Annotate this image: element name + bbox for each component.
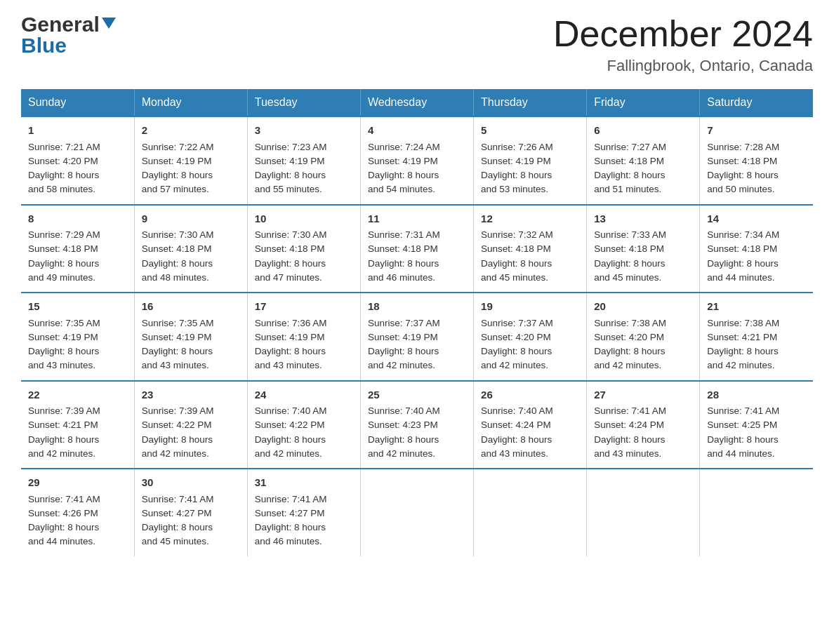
daylight-text: Daylight: 8 hours bbox=[142, 346, 213, 356]
sunset-text: Sunset: 4:24 PM bbox=[594, 420, 664, 430]
day-number: 5 bbox=[481, 123, 579, 139]
calendar-cell: 15Sunrise: 7:35 AMSunset: 4:19 PMDayligh… bbox=[21, 293, 134, 381]
daylight-text-2: and 42 minutes. bbox=[707, 360, 774, 370]
day-number: 19 bbox=[481, 299, 579, 315]
daylight-text-2: and 42 minutes. bbox=[594, 360, 661, 370]
sunrise-text: Sunrise: 7:26 AM bbox=[481, 142, 553, 152]
daylight-text: Daylight: 8 hours bbox=[28, 434, 99, 445]
day-number: 27 bbox=[594, 387, 692, 403]
calendar-cell: 24Sunrise: 7:40 AMSunset: 4:22 PMDayligh… bbox=[247, 381, 360, 469]
day-number: 23 bbox=[142, 387, 240, 403]
sunrise-text: Sunrise: 7:41 AM bbox=[255, 494, 327, 504]
calendar-cell bbox=[587, 469, 700, 556]
daylight-text-2: and 46 minutes. bbox=[368, 272, 435, 283]
sunset-text: Sunset: 4:21 PM bbox=[28, 420, 98, 430]
day-number: 16 bbox=[142, 299, 240, 315]
calendar-cell: 5Sunrise: 7:26 AMSunset: 4:19 PMDaylight… bbox=[474, 116, 587, 205]
logo-general-text: General bbox=[21, 14, 100, 35]
daylight-text-2: and 55 minutes. bbox=[255, 184, 322, 194]
daylight-text-2: and 51 minutes. bbox=[594, 184, 661, 194]
calendar-cell: 26Sunrise: 7:40 AMSunset: 4:24 PMDayligh… bbox=[474, 381, 587, 469]
day-number: 8 bbox=[28, 211, 127, 227]
sunrise-text: Sunrise: 7:34 AM bbox=[707, 229, 779, 240]
calendar-cell: 20Sunrise: 7:38 AMSunset: 4:20 PMDayligh… bbox=[587, 293, 700, 381]
daylight-text-2: and 44 minutes. bbox=[28, 536, 95, 546]
calendar-cell: 4Sunrise: 7:24 AMSunset: 4:19 PMDaylight… bbox=[360, 116, 473, 205]
calendar-cell: 19Sunrise: 7:37 AMSunset: 4:20 PMDayligh… bbox=[474, 293, 587, 381]
calendar-cell: 10Sunrise: 7:30 AMSunset: 4:18 PMDayligh… bbox=[247, 205, 360, 293]
sunrise-text: Sunrise: 7:23 AM bbox=[255, 142, 327, 152]
day-number: 13 bbox=[594, 211, 692, 227]
day-number: 3 bbox=[255, 123, 353, 139]
sunset-text: Sunset: 4:21 PM bbox=[707, 332, 777, 342]
daylight-text: Daylight: 8 hours bbox=[255, 346, 326, 356]
daylight-text: Daylight: 8 hours bbox=[481, 170, 552, 180]
logo: General Blue bbox=[21, 14, 116, 56]
calendar-week-row-4: 22Sunrise: 7:39 AMSunset: 4:21 PMDayligh… bbox=[21, 381, 813, 469]
sunrise-text: Sunrise: 7:32 AM bbox=[481, 229, 553, 240]
sunset-text: Sunset: 4:19 PM bbox=[142, 332, 212, 342]
sunrise-text: Sunrise: 7:24 AM bbox=[368, 142, 440, 152]
calendar-cell: 6Sunrise: 7:27 AMSunset: 4:18 PMDaylight… bbox=[587, 116, 700, 205]
day-number: 10 bbox=[255, 211, 353, 227]
day-number: 17 bbox=[255, 299, 353, 315]
sunset-text: Sunset: 4:18 PM bbox=[594, 243, 664, 254]
calendar-day-header-wednesday: Wednesday bbox=[360, 89, 473, 116]
day-number: 9 bbox=[142, 211, 240, 227]
sunrise-text: Sunrise: 7:37 AM bbox=[481, 318, 553, 328]
day-number: 25 bbox=[368, 387, 466, 403]
calendar-day-header-saturday: Saturday bbox=[700, 89, 813, 116]
sunset-text: Sunset: 4:18 PM bbox=[368, 243, 438, 254]
sunrise-text: Sunrise: 7:40 AM bbox=[255, 405, 327, 416]
daylight-text: Daylight: 8 hours bbox=[481, 434, 552, 445]
day-number: 6 bbox=[594, 123, 692, 139]
calendar-cell bbox=[360, 469, 473, 556]
sunrise-text: Sunrise: 7:28 AM bbox=[707, 142, 779, 152]
daylight-text: Daylight: 8 hours bbox=[28, 346, 99, 356]
daylight-text-2: and 44 minutes. bbox=[707, 272, 774, 283]
sunrise-text: Sunrise: 7:41 AM bbox=[28, 494, 100, 504]
daylight-text-2: and 43 minutes. bbox=[142, 360, 209, 370]
sunrise-text: Sunrise: 7:40 AM bbox=[481, 405, 553, 416]
sunrise-text: Sunrise: 7:27 AM bbox=[594, 142, 666, 152]
calendar-week-row-5: 29Sunrise: 7:41 AMSunset: 4:26 PMDayligh… bbox=[21, 469, 813, 556]
page-header: General Blue December 2024 Fallingbrook,… bbox=[21, 14, 813, 75]
sunrise-text: Sunrise: 7:30 AM bbox=[142, 229, 214, 240]
sunset-text: Sunset: 4:18 PM bbox=[142, 243, 212, 254]
sunrise-text: Sunrise: 7:40 AM bbox=[368, 405, 440, 416]
calendar-day-header-friday: Friday bbox=[587, 89, 700, 116]
daylight-text: Daylight: 8 hours bbox=[368, 434, 439, 445]
daylight-text: Daylight: 8 hours bbox=[255, 522, 326, 532]
daylight-text-2: and 43 minutes. bbox=[255, 360, 322, 370]
daylight-text-2: and 47 minutes. bbox=[255, 272, 322, 283]
sunrise-text: Sunrise: 7:21 AM bbox=[28, 142, 100, 152]
day-number: 12 bbox=[481, 211, 579, 227]
sunset-text: Sunset: 4:22 PM bbox=[142, 420, 212, 430]
calendar-day-header-thursday: Thursday bbox=[474, 89, 587, 116]
sunrise-text: Sunrise: 7:35 AM bbox=[28, 318, 100, 328]
daylight-text: Daylight: 8 hours bbox=[142, 522, 213, 532]
sunset-text: Sunset: 4:18 PM bbox=[594, 156, 664, 166]
daylight-text-2: and 45 minutes. bbox=[594, 272, 661, 283]
daylight-text: Daylight: 8 hours bbox=[707, 170, 778, 180]
location-text: Fallingbrook, Ontario, Canada bbox=[553, 57, 813, 75]
sunrise-text: Sunrise: 7:37 AM bbox=[368, 318, 440, 328]
sunset-text: Sunset: 4:20 PM bbox=[481, 332, 551, 342]
sunrise-text: Sunrise: 7:41 AM bbox=[707, 405, 779, 416]
sunset-text: Sunset: 4:20 PM bbox=[594, 332, 664, 342]
daylight-text-2: and 42 minutes. bbox=[255, 448, 322, 459]
sunset-text: Sunset: 4:19 PM bbox=[255, 332, 325, 342]
sunset-text: Sunset: 4:19 PM bbox=[368, 332, 438, 342]
calendar-cell: 22Sunrise: 7:39 AMSunset: 4:21 PMDayligh… bbox=[21, 381, 134, 469]
daylight-text: Daylight: 8 hours bbox=[368, 258, 439, 269]
day-number: 21 bbox=[707, 299, 806, 315]
daylight-text: Daylight: 8 hours bbox=[707, 258, 778, 269]
daylight-text: Daylight: 8 hours bbox=[142, 170, 213, 180]
calendar-cell: 8Sunrise: 7:29 AMSunset: 4:18 PMDaylight… bbox=[21, 205, 134, 293]
sunset-text: Sunset: 4:25 PM bbox=[707, 420, 777, 430]
sunrise-text: Sunrise: 7:22 AM bbox=[142, 142, 214, 152]
sunset-text: Sunset: 4:18 PM bbox=[707, 156, 777, 166]
calendar-cell bbox=[474, 469, 587, 556]
day-number: 11 bbox=[368, 211, 466, 227]
calendar-cell: 9Sunrise: 7:30 AMSunset: 4:18 PMDaylight… bbox=[134, 205, 247, 293]
